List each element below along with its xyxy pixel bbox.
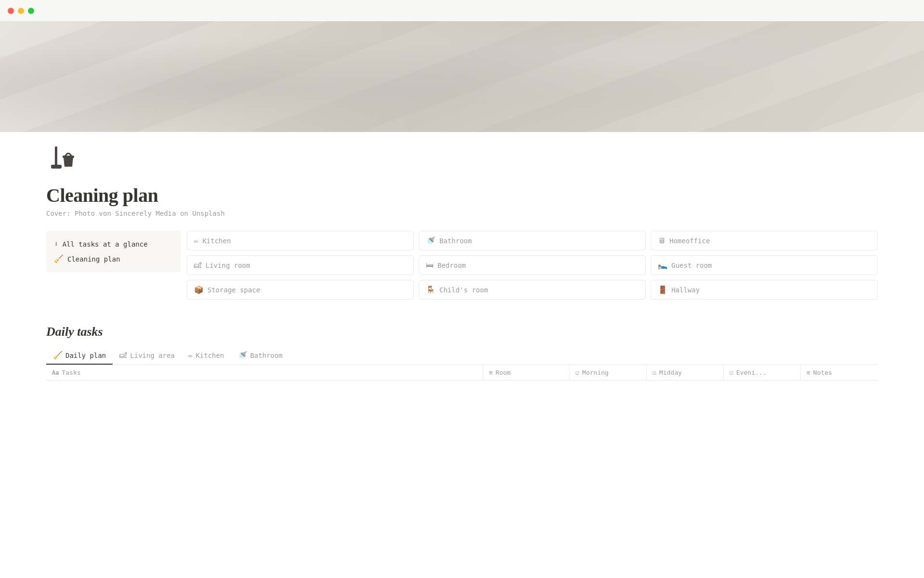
broom-icon: 🧹 (54, 254, 64, 263)
hallway-icon: 🚪 (658, 285, 667, 294)
childs-room-icon: 🪑 (426, 285, 436, 294)
bathroom-tab-icon: 🚿 (238, 351, 247, 360)
tab-bathroom[interactable]: 🚿 Bathroom (231, 347, 289, 365)
title-area: Cleaning plan Cover: Photo von Sincerely… (0, 176, 924, 221)
svg-rect-0 (55, 146, 57, 167)
daily-tasks-section: Daily tasks 🧹 Daily plan 🛋 Living area ✏… (0, 309, 924, 381)
col-notes: ≡ Notes (801, 365, 878, 380)
daily-plan-tab-icon: 🧹 (53, 351, 63, 360)
col-midday: ☑ Midday (647, 365, 724, 380)
guest-room-link[interactable]: 🛌 Guest room (651, 255, 878, 275)
kitchen-link[interactable]: ✏️ Kitchen (187, 231, 414, 250)
maximize-button[interactable] (28, 8, 34, 14)
tasks-col-icon: Aa (52, 369, 59, 376)
room-col-icon: ≡ (489, 369, 493, 376)
nav-sidebar-card[interactable]: ⬇ All tasks at a glance 🧹 Cleaning plan (46, 231, 181, 272)
kitchen-tab-icon: ✏️ (188, 351, 193, 360)
page-icon-area (0, 132, 924, 176)
room-links-grid: ✏️ Kitchen 🚿 Bathroom 🖥 Homeoffice 🛋 Liv… (187, 231, 878, 300)
nav-grid: ⬇ All tasks at a glance 🧹 Cleaning plan … (0, 221, 924, 309)
bedroom-icon: 🛏 (426, 261, 434, 270)
table-header: Aa Tasks ≡ Room ☑ Morning ☑ Midday ☑ Eve… (46, 365, 878, 381)
svg-rect-2 (63, 156, 74, 158)
bathroom-icon: 🚿 (426, 236, 436, 245)
bedroom-link[interactable]: 🛏 Bedroom (419, 255, 646, 275)
bathroom-link[interactable]: 🚿 Bathroom (419, 231, 646, 250)
kitchen-icon: ✏️ (194, 236, 199, 245)
tab-living-area[interactable]: 🛋 Living area (113, 347, 181, 365)
platform-link[interactable]: Unsplash (192, 210, 224, 217)
homeoffice-link[interactable]: 🖥 Homeoffice (651, 231, 878, 250)
cover-image (0, 21, 924, 132)
svg-rect-1 (51, 165, 62, 169)
page-title: Cleaning plan (46, 184, 878, 207)
living-room-link[interactable]: 🛋 Living room (187, 255, 414, 275)
cleaning-plan-link[interactable]: 🧹 Cleaning plan (54, 252, 173, 265)
cover-credit: Cover: Photo von Sincerely Media on Unsp… (46, 210, 878, 217)
midday-col-icon: ☑ (653, 369, 656, 376)
notes-col-icon: ≡ (807, 369, 810, 376)
all-tasks-link[interactable]: ⬇ All tasks at a glance (54, 237, 173, 250)
childs-room-link[interactable]: 🪑 Child's room (419, 280, 646, 300)
col-tasks: Aa Tasks (46, 365, 483, 380)
tab-daily-plan[interactable]: 🧹 Daily plan (46, 347, 113, 365)
col-morning: ☑ Morning (570, 365, 647, 380)
col-room: ≡ Room (483, 365, 570, 380)
storage-space-link[interactable]: 📦 Storage space (187, 280, 414, 300)
cleaning-icon (46, 142, 77, 176)
tab-kitchen[interactable]: ✏️ Kitchen (181, 347, 231, 365)
author-link[interactable]: Sincerely Media (115, 210, 176, 217)
tabs-bar: 🧹 Daily plan 🛋 Living area ✏️ Kitchen 🚿 … (46, 347, 878, 365)
section-title: Daily tasks (46, 325, 878, 339)
storage-icon: 📦 (194, 285, 204, 294)
hallway-link[interactable]: 🚪 Hallway (651, 280, 878, 300)
col-evening: ☑ Eveni... (724, 365, 801, 380)
close-button[interactable] (8, 8, 14, 14)
guest-room-icon: 🛌 (658, 261, 667, 270)
window-title-bar (0, 0, 924, 21)
morning-col-icon: ☑ (576, 369, 579, 376)
evening-col-icon: ☑ (730, 369, 733, 376)
minimize-button[interactable] (18, 8, 24, 14)
download-icon: ⬇ (54, 239, 59, 249)
living-area-tab-icon: 🛋 (119, 351, 127, 360)
living-room-icon: 🛋 (194, 261, 202, 270)
homeoffice-icon: 🖥 (658, 236, 666, 245)
